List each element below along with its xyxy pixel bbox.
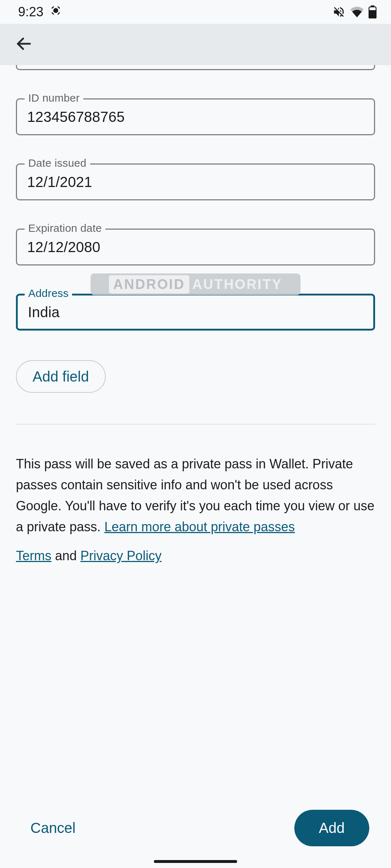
bottom-action-bar: Cancel Add [0,810,391,846]
svg-rect-3 [369,10,376,18]
camera-access-icon [50,4,62,20]
field-value: 123456788765 [27,109,125,125]
button-label: Add [319,820,345,836]
cancel-button[interactable]: Cancel [22,813,84,843]
button-label: Add field [33,369,89,385]
button-label: Cancel [30,820,76,836]
status-bar: 9:23 [0,0,391,24]
private-pass-disclosure: This pass will be saved as a private pas… [16,454,375,537]
divider [16,424,375,425]
field-label: Date issued [25,157,90,169]
status-left: 9:23 [18,4,62,20]
form-content: ID number 123456788765 Date issued 12/1/… [0,65,391,563]
svg-point-0 [54,9,58,13]
learn-more-link[interactable]: Learn more about private passes [104,519,295,534]
status-right [332,5,377,18]
legal-links: Terms and Privacy Policy [16,548,375,563]
id-number-field[interactable]: ID number 123456788765 [16,98,375,135]
previous-field-peek[interactable] [16,65,375,70]
field-label: Expiration date [25,222,105,234]
privacy-link[interactable]: Privacy Policy [80,548,161,563]
field-value: 12/1/2021 [27,174,92,190]
expiration-date-field[interactable]: Expiration date 12/12/2080 [16,229,375,265]
wifi-icon [350,5,364,18]
field-label: ID number [25,92,83,104]
app-bar [0,24,391,65]
terms-link[interactable]: Terms [16,548,51,563]
back-button[interactable] [14,34,34,55]
status-time: 9:23 [18,4,43,20]
arrow-back-icon [15,35,33,54]
mute-icon [332,5,345,18]
address-field[interactable]: Address India [16,294,375,331]
date-issued-field[interactable]: Date issued 12/1/2021 [16,163,375,200]
battery-icon [369,5,377,18]
field-value: India [28,304,60,320]
add-button[interactable]: Add [294,810,369,846]
legal-and: and [51,548,80,563]
field-value: 12/12/2080 [27,239,100,255]
add-field-button[interactable]: Add field [16,360,106,393]
field-label: Address [25,287,72,299]
gesture-nav-handle[interactable] [154,860,237,863]
